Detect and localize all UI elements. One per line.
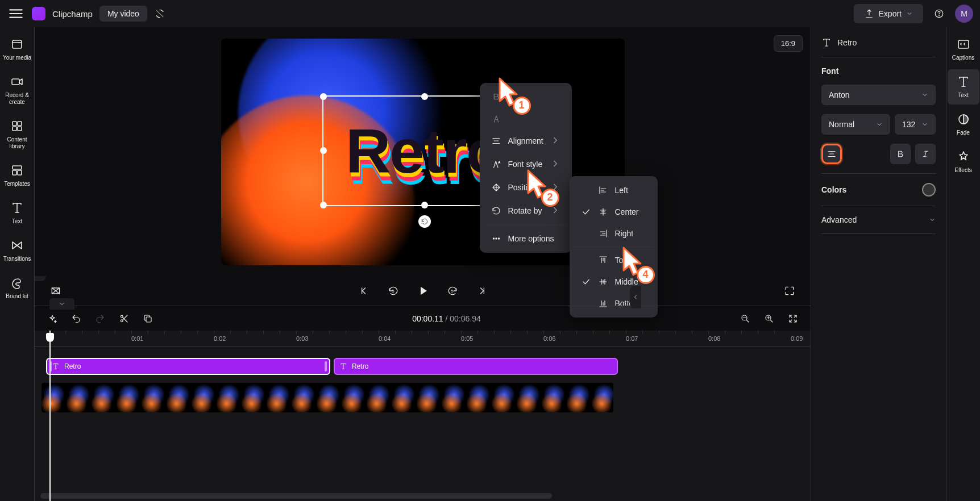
collapse-timeline-button[interactable] [49,298,74,310]
safe-zones-button[interactable] [46,281,65,300]
sidebar-item-transitions[interactable]: Transitions [1,233,33,268]
current-time: 00:00.11 [412,314,443,323]
resize-handle[interactable] [421,202,428,208]
video-thumbnail [117,383,142,412]
skip-back-button[interactable]: 5 [384,281,403,300]
align-right-item[interactable]: Right [573,223,654,244]
properties-panel: Retro Font Anton Normal 132 [811,27,946,501]
ai-sparkle-button[interactable] [44,310,61,327]
video-thumbnail [592,383,614,412]
menu-item-font-style[interactable]: Font style [483,153,568,176]
clip-trim-handle[interactable] [325,361,327,371]
svg-rect-11 [13,127,16,131]
menu-item-label: Left [615,186,628,195]
skip-forward-button[interactable]: 5 [443,281,462,300]
menu-item-alignment[interactable]: Alignment [483,130,568,153]
align-top-item[interactable]: Top [573,249,654,271]
sidebar-item-label: Fade [957,130,970,136]
ruler-tick-label: 0:01 [131,335,143,342]
playhead[interactable] [49,331,51,501]
advanced-section-title: Advanced [821,215,857,224]
resize-handle[interactable] [421,93,428,100]
sidebar-item-text-props[interactable]: Text [948,69,979,105]
sidebar-item-label: Your media [3,55,31,61]
video-thumbnail [367,383,392,412]
menu-item-font[interactable]: A [483,108,568,130]
duplicate-button[interactable] [139,310,156,327]
fullscreen-button[interactable] [780,281,799,300]
help-button[interactable] [930,5,948,23]
resize-handle[interactable] [320,202,327,208]
zoom-out-button[interactable] [737,310,754,327]
sidebar-item-text[interactable]: Text [1,195,33,231]
export-button-label: Export [879,9,902,18]
sidebar-item-label: Content library [2,136,32,150]
sync-status-icon [154,8,165,19]
sidebar-item-captions[interactable]: Captions [948,32,979,67]
zoom-fit-button[interactable] [784,310,802,327]
menu-item-rotate-by[interactable]: Rotate by [483,199,568,223]
svg-rect-14 [13,170,16,175]
svg-point-26 [493,237,494,239]
text-context-menu: BI A Alignment Font style [480,83,572,253]
font-family-value: Anton [829,90,850,99]
timeline-toolbar: 00:00.11 / 00:06.94 [35,306,811,331]
rotate-handle[interactable] [418,215,431,228]
font-weight-dropdown[interactable]: Normal [821,114,890,135]
sidebar-item-record-create[interactable]: Record & create [1,69,33,111]
alignment-button[interactable] [821,144,842,164]
play-button[interactable] [413,281,433,300]
redo-button[interactable] [92,310,109,327]
clipchamp-logo-icon [32,7,45,20]
menu-item-bold-italic[interactable]: BI [483,86,568,108]
clip-label: Retro [64,362,81,370]
svg-line-68 [770,320,773,322]
chevron-right-icon [550,135,560,147]
user-avatar[interactable]: M [955,5,973,23]
bold-button[interactable] [890,144,911,164]
ruler-tick-label: 0:07 [626,335,638,342]
sidebar-item-brand-kit[interactable]: Brand kit [1,270,33,306]
sidebar-item-content-library[interactable]: Content library [1,114,33,156]
font-weight-value: Normal [829,120,854,129]
video-title-input[interactable]: My video [99,6,147,22]
timeline[interactable]: 0:010:020:030:040:050:060:070:080:09 Ret… [35,331,811,501]
prev-frame-button[interactable] [354,281,373,300]
zoom-in-button[interactable] [761,310,778,327]
sidebar-item-templates[interactable]: Templates [1,158,33,193]
font-family-dropdown[interactable]: Anton [821,85,936,105]
aspect-ratio-button[interactable]: 16:9 [774,35,803,52]
sidebar-item-effects[interactable]: Effects [948,144,979,179]
video-clip[interactable] [40,382,614,414]
menu-item-position[interactable]: Position [483,176,568,199]
text-clip-1[interactable]: Retro [46,358,330,375]
text-clip-2[interactable]: Retro [334,358,618,375]
sidebar-item-your-media[interactable]: Your media [1,32,33,67]
sidebar-item-label: Effects [954,167,971,174]
expand-right-panel-button[interactable] [630,286,641,308]
sidebar-item-label: Text [12,218,22,225]
ruler-tick-label: 0:06 [543,335,555,342]
split-button[interactable] [115,310,132,327]
left-sidebar: Your media Record & create Content libra… [0,27,35,501]
resize-handle[interactable] [320,93,327,100]
advanced-section-toggle[interactable]: Advanced [821,215,936,224]
align-left-item[interactable]: Left [573,179,654,201]
sidebar-item-label: Transitions [3,256,31,262]
italic-button[interactable] [915,144,936,164]
svg-rect-15 [18,170,22,175]
time-ruler[interactable]: 0:010:020:030:040:050:060:070:080:09 [35,331,811,346]
horizontal-scrollbar[interactable] [40,493,552,499]
hamburger-menu-button[interactable] [7,5,25,23]
color-swatch-button[interactable] [922,183,936,197]
align-center-item[interactable]: Center [573,201,654,223]
undo-button[interactable] [68,310,85,327]
font-size-dropdown[interactable]: 132 [895,114,936,135]
menu-item-more-options[interactable]: More options [483,228,568,249]
export-button[interactable]: Export [854,4,923,23]
ruler-tick-label: 0:09 [791,335,803,342]
resize-handle[interactable] [320,147,327,154]
next-frame-button[interactable] [472,281,492,300]
sidebar-item-fade[interactable]: Fade [948,107,979,142]
menu-item-label: Font style [508,160,543,169]
